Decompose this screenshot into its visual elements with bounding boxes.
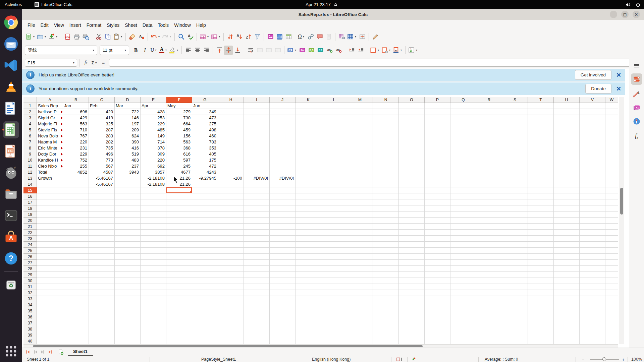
cell-F21[interactable] [166,224,192,230]
cell-D16[interactable] [115,193,141,199]
cell-M22[interactable] [347,230,373,236]
dock-item-vscode[interactable] [2,55,20,76]
cell-M31[interactable] [347,284,373,290]
cell-V3[interactable] [580,115,605,121]
cell-V9[interactable] [580,151,605,157]
cell-Q29[interactable] [450,272,476,278]
menu-insert[interactable]: Insert [67,21,84,29]
cell-N2[interactable] [373,109,399,115]
cell-S25[interactable] [502,248,528,254]
row-header-8[interactable]: 8 [23,145,37,151]
cell-Q21[interactable] [450,224,476,230]
cell-O26[interactable] [399,254,425,260]
cell-N4[interactable] [373,121,399,127]
cell-N8[interactable] [373,145,399,151]
cell-W8[interactable] [605,145,618,151]
cell-P7[interactable] [425,139,450,145]
cell-N38[interactable] [373,326,399,332]
dock-item-help[interactable]: ? [2,248,20,269]
cell-K14[interactable] [296,181,321,187]
vertical-scrollbar-thumb[interactable] [620,188,623,215]
cell-R18[interactable] [476,205,502,212]
cell-W19[interactable] [605,212,618,218]
menu-sheet[interactable]: Sheet [122,21,140,29]
row-header-18[interactable]: 18 [23,205,37,212]
cell-W36[interactable] [605,314,618,320]
cell-F15[interactable] [166,187,192,193]
activities-button[interactable]: Activities [5,2,22,7]
find-and-replace-button[interactable] [177,32,185,42]
cell-Q6[interactable] [450,133,476,139]
cell-D24[interactable] [115,242,141,248]
cell-B32[interactable] [63,290,89,296]
cell-R13[interactable] [476,175,502,181]
cell-L18[interactable] [321,205,347,212]
cell-O35[interactable] [399,308,425,314]
cell-G12[interactable]: 4243 [192,169,218,175]
cell-A22[interactable] [37,230,63,236]
document-modified-icon[interactable] [411,357,416,362]
cell-K25[interactable] [296,248,321,254]
cell-J39[interactable] [270,332,296,338]
cell-Q16[interactable] [450,193,476,199]
column-header-Q[interactable]: Q [450,97,476,103]
cell-L34[interactable] [321,302,347,308]
cell-T37[interactable] [528,320,554,326]
selection-mode-icon[interactable] [396,357,404,362]
cell-B8[interactable]: 231 [63,145,89,151]
cell-A21[interactable] [37,224,63,230]
cell-B4[interactable]: 563 [63,121,89,127]
cell-A1[interactable]: Sales Rep [37,103,63,109]
freeze-rows-columns-button[interactable] [284,32,293,42]
cell-U4[interactable] [554,121,580,127]
cell-D28[interactable] [115,266,141,272]
cell-J12[interactable] [270,169,296,175]
cell-T38[interactable] [528,326,554,332]
cell-R30[interactable] [476,278,502,284]
decrease-indent-button[interactable] [356,46,365,55]
cell-D29[interactable] [115,272,141,278]
cell-K30[interactable] [296,278,321,284]
cell-T32[interactable] [528,290,554,296]
cell-S9[interactable] [502,151,528,157]
sheet-tab-sheet1[interactable]: Sheet1 [68,348,93,356]
show-draw-functions-button[interactable] [371,32,380,42]
cell-H26[interactable] [218,254,244,260]
cell-D26[interactable] [115,254,141,260]
cell-V22[interactable] [580,230,605,236]
cell-U39[interactable] [554,332,580,338]
cell-D39[interactable] [115,332,141,338]
cell-R22[interactable] [476,230,502,236]
cell-K20[interactable] [296,218,321,224]
cell-M16[interactable] [347,193,373,199]
cell-E31[interactable] [141,284,166,290]
cell-D13[interactable] [115,175,141,181]
cell-R9[interactable] [476,151,502,157]
cell-L2[interactable] [321,109,347,115]
save-button[interactable]: ▾ [48,32,59,42]
cell-U26[interactable] [554,254,580,260]
dropdown-arrow-icon[interactable]: ▾ [294,49,297,52]
row-header-6[interactable]: 6 [23,133,37,139]
cell-N14[interactable] [373,181,399,187]
cell-E15[interactable] [141,187,166,193]
cell-Q28[interactable] [450,266,476,272]
cell-K15[interactable] [296,187,321,193]
cell-F1[interactable]: May [166,103,192,109]
cell-C16[interactable] [89,193,115,199]
cell-F37[interactable] [166,320,192,326]
menu-help[interactable]: Help [194,21,209,29]
cell-T3[interactable] [528,115,554,121]
cell-C7[interactable]: 282 [89,139,115,145]
dock-item-libreoffice-impress[interactable] [2,140,20,162]
cell-U12[interactable] [554,169,580,175]
cell-A6[interactable]: Nova Bolo [37,133,63,139]
cell-B24[interactable] [63,242,89,248]
cell-N7[interactable] [373,139,399,145]
sum-average-status[interactable]: Average: ; Sum: 0 [485,357,518,362]
cell-B39[interactable] [63,332,89,338]
cell-W5[interactable] [605,127,618,133]
cell-T33[interactable] [528,296,554,302]
cell-U15[interactable] [554,187,580,193]
cell-R12[interactable] [476,169,502,175]
